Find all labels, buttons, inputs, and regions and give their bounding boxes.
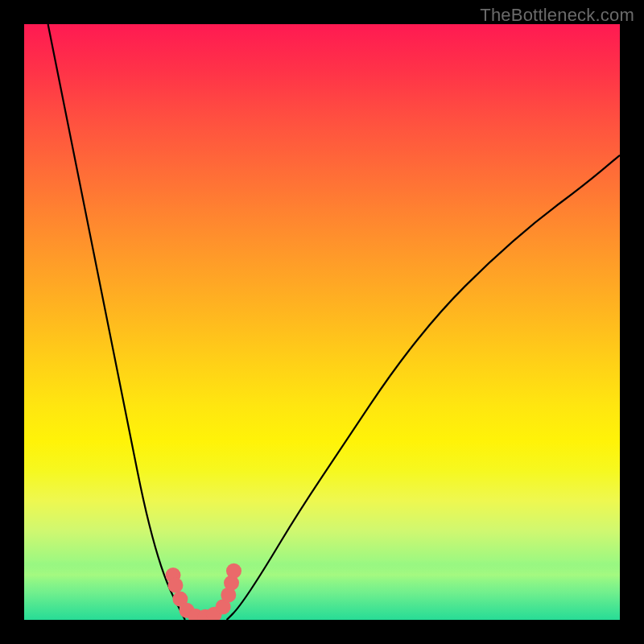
trough-marker-dot [226, 564, 242, 579]
left-curve-line [48, 24, 185, 620]
trough-marker-dot [167, 578, 183, 593]
trough-markers [166, 564, 242, 620]
plot-svg [24, 24, 620, 620]
attribution-text: TheBottleneck.com [480, 5, 634, 26]
right-curve-line [227, 155, 620, 620]
plot-frame [24, 24, 620, 620]
